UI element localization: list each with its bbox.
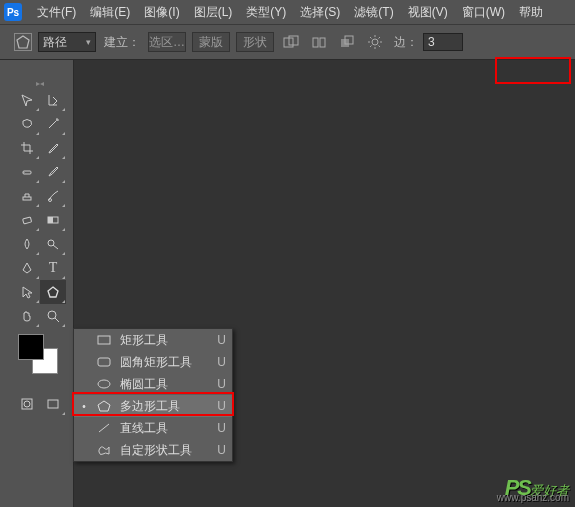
tool-lasso[interactable]	[14, 112, 40, 136]
watermark: PS爱好者 www.psahz.com	[505, 475, 569, 501]
flyout-label: 自定形状工具	[120, 442, 209, 459]
flyout-item-line[interactable]: 直线工具 U	[74, 417, 232, 439]
tool-move[interactable]	[14, 88, 40, 112]
tool-shape[interactable]	[40, 280, 66, 304]
tool-healing-brush[interactable]	[14, 160, 40, 184]
flyout-item-polygon[interactable]: • 多边形工具 U	[74, 395, 232, 417]
svg-line-14	[370, 46, 372, 48]
sides-input[interactable]	[423, 33, 463, 51]
path-align-icon[interactable]	[308, 31, 330, 53]
svg-point-30	[48, 311, 56, 319]
tool-zoom[interactable]	[40, 304, 66, 328]
make-selection-button[interactable]: 选区…	[148, 32, 186, 52]
path-op-combine-icon[interactable]	[280, 31, 302, 53]
custom-shape-icon	[96, 443, 112, 457]
current-tool-icon[interactable]	[14, 33, 32, 51]
svg-point-7	[372, 39, 378, 45]
tool-clone-stamp[interactable]	[14, 184, 40, 208]
flyout-shortcut: U	[217, 377, 226, 391]
flyout-shortcut: U	[217, 421, 226, 435]
flyout-label: 矩形工具	[120, 332, 209, 349]
flyout-item-rectangle[interactable]: 矩形工具 U	[74, 329, 232, 351]
tool-history-brush[interactable]	[40, 184, 66, 208]
flyout-label: 直线工具	[120, 420, 209, 437]
tool-eyedropper[interactable]	[40, 136, 66, 160]
app-logo: Ps	[4, 3, 22, 21]
tool-mode-dropdown[interactable]: 路径 ▾	[38, 32, 96, 52]
svg-line-12	[370, 37, 372, 39]
svg-line-31	[55, 318, 59, 322]
menu-filter[interactable]: 滤镜(T)	[347, 4, 400, 21]
menu-select[interactable]: 选择(S)	[293, 4, 347, 21]
polygon-icon	[96, 399, 112, 413]
flyout-item-custom[interactable]: 自定形状工具 U	[74, 439, 232, 461]
chevron-down-icon: ▾	[86, 37, 91, 47]
flyout-item-ellipse[interactable]: 椭圆工具 U	[74, 373, 232, 395]
menu-help[interactable]: 帮助	[512, 4, 550, 21]
svg-rect-24	[23, 217, 32, 224]
rectangle-icon	[96, 333, 112, 347]
svg-rect-22	[23, 197, 31, 200]
menu-view[interactable]: 视图(V)	[401, 4, 455, 21]
tool-eraser[interactable]	[14, 208, 40, 232]
svg-point-33	[24, 401, 30, 407]
menu-file[interactable]: 文件(F)	[30, 4, 83, 21]
gear-icon[interactable]	[364, 31, 386, 53]
flyout-label: 椭圆工具	[120, 376, 209, 393]
svg-point-37	[98, 380, 110, 388]
tool-artboard[interactable]	[40, 88, 66, 112]
ellipse-icon	[96, 377, 112, 391]
menu-edit[interactable]: 编辑(E)	[83, 4, 137, 21]
flyout-shortcut: U	[217, 399, 226, 413]
tool-path-selection[interactable]	[14, 280, 40, 304]
flyout-label: 多边形工具	[120, 398, 209, 415]
svg-marker-29	[48, 287, 58, 297]
tool-dodge[interactable]	[40, 232, 66, 256]
svg-marker-38	[98, 401, 110, 411]
tool-brush[interactable]	[40, 160, 66, 184]
make-shape-button[interactable]: 形状	[236, 32, 274, 52]
shape-tool-flyout: 矩形工具 U 圆角矩形工具 U 椭圆工具 U • 多边形工具 U 直线工具 U	[73, 328, 233, 462]
svg-rect-34	[48, 400, 58, 408]
tool-blur[interactable]	[14, 232, 40, 256]
watermark-url: www.psahz.com	[497, 492, 569, 503]
tool-gradient[interactable]	[40, 208, 66, 232]
svg-rect-4	[320, 38, 325, 47]
sides-label: 边：	[394, 34, 418, 51]
svg-rect-36	[98, 358, 110, 366]
line-icon	[96, 421, 112, 435]
menu-layer[interactable]: 图层(L)	[187, 4, 240, 21]
flyout-label: 圆角矩形工具	[120, 354, 209, 371]
svg-rect-26	[48, 217, 53, 223]
svg-line-39	[99, 424, 109, 432]
svg-rect-3	[313, 38, 318, 47]
svg-rect-35	[98, 336, 110, 344]
foreground-color[interactable]	[18, 334, 44, 360]
make-mask-button[interactable]: 蒙版	[192, 32, 230, 52]
flyout-shortcut: U	[217, 355, 226, 369]
tool-screenmode[interactable]	[40, 392, 66, 416]
svg-line-15	[379, 37, 381, 39]
tool-quickmask[interactable]	[14, 392, 40, 416]
rounded-rectangle-icon	[96, 355, 112, 369]
tool-pen[interactable]	[14, 256, 40, 280]
svg-line-13	[379, 46, 381, 48]
selected-dot: •	[80, 401, 88, 412]
tool-type[interactable]: T	[40, 256, 66, 280]
path-arrange-icon[interactable]	[336, 31, 358, 53]
tool-hand[interactable]	[14, 304, 40, 328]
tool-magic-wand[interactable]	[40, 112, 66, 136]
menu-window[interactable]: 窗口(W)	[455, 4, 512, 21]
menu-image[interactable]: 图像(I)	[137, 4, 186, 21]
tool-mode-value: 路径	[43, 34, 67, 51]
flyout-shortcut: U	[217, 443, 226, 457]
flyout-item-roundrect[interactable]: 圆角矩形工具 U	[74, 351, 232, 373]
options-bar: 路径 ▾ 建立： 选区… 蒙版 形状 边：	[0, 24, 575, 60]
svg-point-23	[49, 199, 52, 202]
svg-line-16	[49, 121, 56, 128]
color-swatches[interactable]	[18, 334, 58, 374]
menu-type[interactable]: 类型(Y)	[239, 4, 293, 21]
tool-crop[interactable]	[14, 136, 40, 160]
toolbox-grip[interactable]: ▸◂	[14, 78, 66, 88]
toolbox: ▸◂ T	[14, 78, 66, 416]
